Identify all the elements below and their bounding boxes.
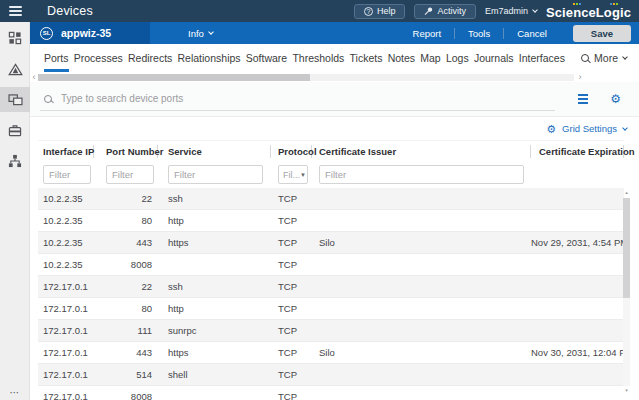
cell-expiration: Nov 30, 2031, 12:04 PM — [531, 347, 624, 358]
cell-protocol: TCP — [271, 391, 312, 400]
scroll-right-arrow[interactable]: › — [576, 73, 584, 81]
app-grid-icon — [8, 31, 22, 45]
gear-icon: ⚙ — [546, 123, 556, 135]
table-filter-row: Fil... ▼ — [38, 161, 624, 188]
help-button[interactable]: ? Help — [354, 4, 406, 19]
table-row[interactable]: 172.17.0.18008TCP — [38, 386, 624, 400]
sidebar-item-dashboards[interactable] — [0, 25, 30, 51]
scroll-up-arrow[interactable]: ▲ — [623, 190, 629, 196]
help-icon: ? — [364, 7, 373, 16]
filter-port-number[interactable] — [106, 165, 154, 184]
cancel-button[interactable]: Cancel — [504, 28, 560, 39]
tab-relationships[interactable]: Relationships — [178, 44, 241, 72]
cell-service: ssh — [158, 281, 271, 292]
cell-protocol: TCP — [271, 325, 312, 336]
filter-service[interactable] — [168, 165, 263, 184]
cell-ip: 172.17.0.1 — [38, 391, 94, 400]
network-hierarchy-icon — [8, 154, 22, 168]
top-navigation-bar: Devices ? Help Activity Em7admin — [0, 0, 639, 22]
cell-port: 443 — [94, 347, 158, 358]
sidebar-more-button[interactable]: ⋯ — [0, 387, 30, 398]
column-header-cert-expiration[interactable]: Certificate Expiration — [531, 145, 624, 158]
list-view-icon[interactable] — [578, 94, 588, 104]
tab-notes[interactable]: Notes — [388, 44, 415, 72]
chevron-down-icon — [208, 29, 214, 35]
tab-journals[interactable]: Journals — [474, 44, 514, 72]
cell-port: 80 — [94, 303, 158, 314]
more-tabs-dropdown[interactable]: More — [581, 44, 639, 72]
column-header-port-number[interactable]: Port Number — [94, 145, 158, 158]
tab-thresholds[interactable]: Thresholds — [292, 44, 344, 72]
filter-protocol-select[interactable]: Fil... ▼ — [278, 165, 308, 184]
tab-interfaces[interactable]: Interfaces — [519, 44, 565, 72]
tab-tickets[interactable]: Tickets — [350, 44, 383, 72]
wrench-icon — [424, 7, 433, 16]
table-row[interactable]: 10.2.2.35443httpsTCPSiloNov 29, 2031, 4:… — [38, 232, 624, 254]
cell-protocol: TCP — [271, 347, 312, 358]
filter-interface-ip[interactable] — [43, 165, 91, 184]
app-window: Devices ? Help Activity Em7admin — [0, 0, 639, 400]
vertical-scroll-thumb[interactable] — [623, 198, 630, 298]
table-row[interactable]: 10.2.2.3580httpTCP — [38, 210, 624, 232]
horizontal-scroll-thumb[interactable] — [38, 74, 310, 81]
search-toolbar: ⚙ — [30, 82, 639, 117]
sidebar-item-business-services[interactable] — [0, 117, 30, 143]
cell-port: 8008 — [94, 259, 158, 270]
tools-button[interactable]: Tools — [455, 28, 503, 39]
cell-protocol: TCP — [271, 369, 312, 380]
table-row[interactable]: 172.17.0.1514shellTCP — [38, 364, 624, 386]
tab-logs[interactable]: Logs — [446, 44, 469, 72]
scroll-left-arrow[interactable]: ‹ — [30, 73, 38, 81]
tab-software[interactable]: Software — [246, 44, 287, 72]
vertical-scroll-track[interactable] — [623, 198, 630, 386]
table-row[interactable]: 172.17.0.1111sunrpcTCP — [38, 320, 624, 342]
cell-service: sunrpc — [158, 325, 271, 336]
table-row[interactable]: 172.17.0.1443httpsTCPSiloNov 30, 2031, 1… — [38, 342, 624, 364]
warning-triangle-icon — [8, 63, 23, 76]
filter-cert-issuer[interactable] — [319, 165, 524, 184]
grid-settings-label: Grid Settings — [562, 123, 617, 134]
info-dropdown[interactable]: Info — [188, 28, 213, 39]
column-header-protocol[interactable]: Protocol — [271, 145, 312, 158]
tab-processes[interactable]: Processes — [74, 44, 123, 72]
column-header-cert-issuer[interactable]: Certificate Issuer — [312, 145, 531, 158]
sidebar-item-devices[interactable] — [0, 87, 30, 112]
user-menu[interactable]: Em7admin — [485, 6, 537, 16]
report-button[interactable]: Report — [400, 28, 455, 39]
search-input[interactable] — [61, 93, 501, 104]
column-header-service[interactable]: Service — [158, 145, 271, 158]
scroll-down-arrow[interactable]: ▼ — [623, 388, 629, 394]
tab-ports[interactable]: Ports — [44, 44, 69, 72]
sidebar-item-maps[interactable] — [0, 148, 30, 174]
search-icon — [581, 54, 589, 62]
logo-dots — [610, 3, 618, 5]
sciencelogic-logo: ScienceLogic — [546, 3, 631, 20]
cell-ip: 10.2.2.35 — [38, 215, 94, 226]
search-field[interactable] — [40, 87, 555, 111]
table-row[interactable]: 172.17.0.122sshTCP — [38, 276, 624, 298]
sidebar-item-events[interactable] — [0, 56, 30, 82]
main-menu-button[interactable] — [0, 0, 30, 22]
grid-settings-dropdown[interactable]: ⚙ Grid Settings — [546, 123, 627, 135]
device-logo-icon: SL — [40, 27, 53, 40]
chevron-down-icon — [532, 7, 538, 13]
table-row[interactable]: 10.2.2.3522sshTCP — [38, 188, 624, 210]
save-button[interactable]: Save — [573, 25, 631, 42]
cell-port: 8008 — [94, 391, 158, 400]
cell-issuer: Silo — [312, 347, 531, 358]
cell-ip: 10.2.2.35 — [38, 259, 94, 270]
table-row[interactable]: 172.17.0.180httpTCP — [38, 298, 624, 320]
help-label: Help — [377, 6, 396, 16]
activity-button[interactable]: Activity — [414, 4, 476, 19]
column-header-interface-ip[interactable]: Interface IP — [38, 145, 94, 158]
table-row[interactable]: 10.2.2.358008TCP — [38, 254, 624, 276]
table-header-row: Interface IP Port Number Service Protoco… — [38, 140, 624, 161]
chevron-down-icon — [622, 54, 628, 60]
cell-port: 22 — [94, 193, 158, 204]
tab-redirects[interactable]: Redirects — [128, 44, 172, 72]
briefcase-icon — [8, 124, 22, 137]
cell-protocol: TCP — [271, 281, 312, 292]
gear-icon[interactable]: ⚙ — [610, 93, 621, 105]
horizontal-scroll-track[interactable] — [38, 74, 574, 81]
tab-map[interactable]: Map — [420, 44, 440, 72]
